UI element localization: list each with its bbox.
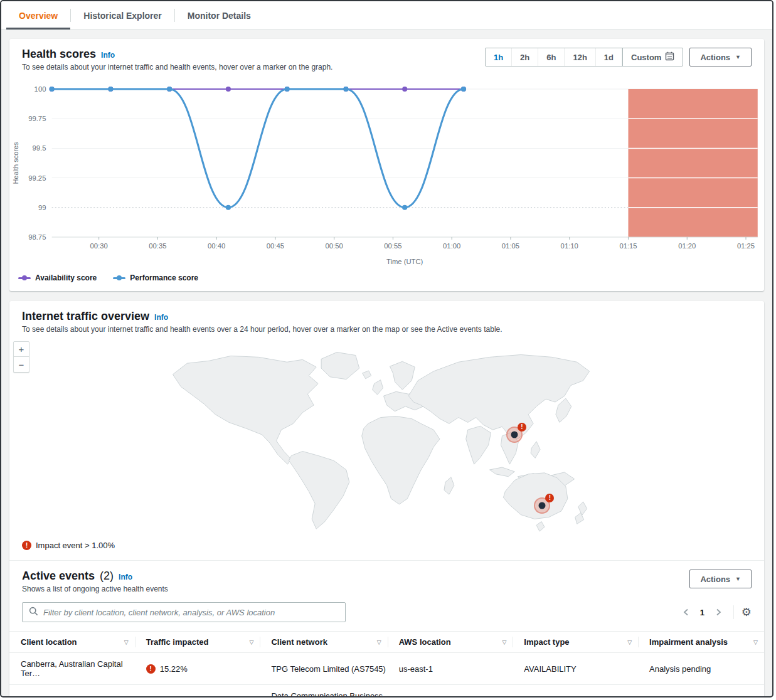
chart-legend: Availability score Performance score (9, 271, 764, 291)
active-events-info-link[interactable]: Info (119, 573, 132, 581)
current-page-number[interactable]: 1 (696, 608, 708, 617)
col-client-location[interactable]: Client location▽ (9, 632, 135, 653)
traffic-overview-info-link[interactable]: Info (154, 313, 168, 322)
map-zoom-in-button[interactable]: + (14, 342, 29, 357)
svg-text:99: 99 (38, 204, 46, 211)
traffic-overview-title: Internet traffic overview (22, 310, 149, 323)
filter-triangle-icon[interactable]: ▽ (627, 639, 632, 645)
tab-overview[interactable]: Overview (6, 1, 70, 29)
cell-impairment-analysis: Analysis pending (638, 685, 764, 698)
tab-bar: Overview Historical Explorer Monitor Det… (1, 1, 772, 30)
impact-event-icon: ! (146, 696, 156, 698)
cell-client-network: Data Communication Business … (260, 685, 387, 698)
filter-triangle-icon[interactable]: ▽ (502, 639, 506, 645)
health-scores-title: Health scores (22, 48, 96, 61)
cell-aws-location: us-east-1 (388, 685, 513, 698)
next-page-button[interactable] (711, 605, 726, 620)
active-events-toolbar: 1 ⚙ (9, 600, 764, 631)
city-dot-icon (539, 502, 546, 509)
health-scores-panel: Health scores Info To see details about … (9, 39, 764, 291)
time-range-1h[interactable]: 1h (486, 48, 512, 66)
legend-availability-score[interactable]: Availability score (18, 273, 97, 282)
svg-text:100: 100 (35, 85, 46, 93)
caret-down-icon: ▼ (735, 54, 741, 60)
performance-swatch-icon (113, 277, 125, 279)
availability-swatch-icon (18, 277, 31, 279)
active-events-header: Active events (2) Info Shows a list of o… (9, 561, 764, 600)
cell-aws-location: us-east-1 (388, 653, 513, 685)
impact-event-icon: ! (22, 541, 31, 550)
filter-triangle-icon[interactable]: ▽ (753, 639, 758, 645)
svg-text:01:05: 01:05 (502, 242, 519, 250)
active-events-title: Active events (22, 570, 95, 583)
custom-range-label: Custom (631, 53, 661, 62)
svg-text:Health scores: Health scores (12, 142, 19, 184)
world-map-graphic (9, 337, 764, 534)
pager-divider (733, 605, 734, 619)
filter-triangle-icon[interactable]: ▽ (377, 639, 381, 645)
previous-page-button[interactable] (679, 605, 694, 620)
legend-label: Availability score (35, 273, 97, 282)
actions-label: Actions (700, 53, 730, 62)
col-impact-type[interactable]: Impact type▽ (513, 632, 638, 653)
table-row[interactable]: Hsinchu, Hsinchu, Taiwan !15.12% Data Co… (9, 685, 764, 698)
active-events-table: Client location▽ Traffic impacted▽ Clien… (9, 631, 764, 697)
svg-text:01:25: 01:25 (737, 242, 755, 250)
world-map[interactable]: + − (9, 337, 764, 534)
svg-text:99.25: 99.25 (28, 174, 46, 182)
cell-traffic-impacted: !15.12% (135, 685, 260, 698)
search-icon (29, 607, 38, 618)
time-range-2h[interactable]: 2h (512, 48, 538, 66)
calendar-icon (665, 51, 674, 63)
filter-triangle-icon[interactable]: ▽ (124, 639, 129, 645)
impact-event-icon: ! (146, 664, 156, 674)
time-range-1d[interactable]: 1d (596, 48, 622, 66)
legend-performance-score[interactable]: Performance score (113, 273, 198, 282)
alert-exclamation-icon: ! (545, 494, 554, 502)
cell-impairment-analysis: Analysis pending (638, 653, 764, 685)
col-traffic-impacted[interactable]: Traffic impacted▽ (135, 632, 260, 653)
health-scores-chart-area: 10099.7599.599.259998.75Health scores00:… (9, 80, 764, 291)
svg-text:00:45: 00:45 (267, 242, 284, 250)
traffic-overview-panel: Internet traffic overview Info To see de… (9, 301, 764, 697)
active-events-actions-button[interactable]: Actions ▼ (689, 570, 752, 588)
pagination: 1 ⚙ (679, 605, 752, 620)
health-scores-chart[interactable]: 10099.7599.599.259998.75Health scores00:… (9, 80, 764, 268)
table-row[interactable]: Canberra, Australian Capital Ter… !15.22… (9, 653, 764, 685)
health-scores-info-link[interactable]: Info (101, 51, 115, 60)
tab-monitor-details[interactable]: Monitor Details (175, 1, 263, 29)
map-zoom-out-button[interactable]: − (14, 357, 29, 372)
active-events-description: Shows a list of ongoing active health ev… (22, 585, 168, 593)
col-aws-location[interactable]: AWS location▽ (388, 632, 513, 653)
tab-historical-explorer[interactable]: Historical Explorer (71, 1, 174, 29)
filter-input[interactable] (43, 608, 339, 617)
map-marker-australia[interactable]: ! (534, 497, 550, 514)
col-impairment-analysis[interactable]: Impairment analysis▽ (638, 632, 764, 653)
svg-text:Time (UTC): Time (UTC) (386, 258, 423, 265)
active-events-count: (2) (100, 570, 114, 583)
time-range-6h[interactable]: 6h (538, 48, 565, 66)
svg-text:00:55: 00:55 (384, 242, 401, 250)
map-marker-taiwan[interactable]: ! (506, 427, 523, 443)
svg-text:00:40: 00:40 (208, 242, 225, 250)
col-client-network[interactable]: Client network▽ (260, 632, 387, 653)
caret-down-icon: ▼ (735, 576, 741, 582)
time-range-selector: 1h 2h 6h 12h 1d Custom (485, 48, 683, 66)
alert-exclamation-icon: ! (518, 423, 526, 432)
svg-text:99.75: 99.75 (28, 115, 46, 122)
internet-monitor-page: Overview Historical Explorer Monitor Det… (0, 0, 773, 697)
svg-text:01:15: 01:15 (619, 242, 637, 250)
health-scores-actions-button[interactable]: Actions ▼ (689, 48, 752, 66)
time-range-12h[interactable]: 12h (565, 48, 595, 66)
traffic-overview-description: To see details about your internet traff… (22, 325, 752, 334)
health-scores-description: To see details about your internet traff… (22, 63, 332, 72)
svg-text:00:30: 00:30 (90, 242, 108, 250)
table-settings-gear-icon[interactable]: ⚙ (741, 607, 752, 618)
time-range-custom[interactable]: Custom (622, 48, 683, 66)
svg-text:01:00: 01:00 (443, 242, 460, 250)
svg-text:01:10: 01:10 (561, 242, 578, 250)
impact-legend-label: Impact event > 1.00% (36, 541, 115, 550)
cell-traffic-impacted: !15.22% (135, 653, 260, 685)
actions-label: Actions (700, 575, 730, 584)
filter-triangle-icon[interactable]: ▽ (249, 639, 253, 645)
